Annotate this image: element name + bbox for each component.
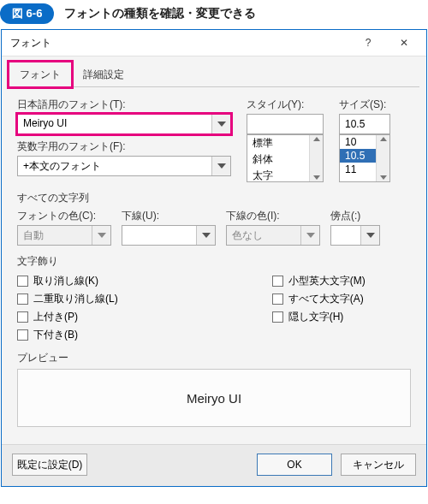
chevron-down-icon[interactable] xyxy=(211,157,230,175)
chevron-down-icon[interactable] xyxy=(92,226,110,245)
font-dialog: フォント ? ✕ フォント 詳細設定 日本語用のフォント(T): Meiryo … xyxy=(1,29,427,487)
chevron-down-icon[interactable] xyxy=(360,226,379,245)
check-hidden[interactable]: 隠し文字(H) xyxy=(272,310,366,324)
check-subscript[interactable]: 下付き(B) xyxy=(17,328,118,342)
font-color-value: 自動 xyxy=(18,226,92,245)
emphasis-combo[interactable] xyxy=(330,225,380,246)
check-allcaps[interactable]: すべて大文字(A) xyxy=(272,292,366,306)
jp-font-value: Meiryo UI xyxy=(18,115,211,133)
help-button[interactable]: ? xyxy=(353,33,383,52)
underline-color-combo[interactable]: 色なし xyxy=(226,225,320,246)
style-input[interactable] xyxy=(247,114,324,134)
ok-button[interactable]: OK xyxy=(257,454,332,476)
label-emphasis: 傍点(:) xyxy=(330,209,380,223)
chevron-down-icon xyxy=(380,175,387,180)
underline-color-value: 色なし xyxy=(227,226,300,245)
preview-text: Meiryo UI xyxy=(187,391,241,406)
style-listbox[interactable]: 標準 斜体 太字 xyxy=(247,134,324,182)
tab-font[interactable]: フォント xyxy=(9,62,72,87)
emphasis-value xyxy=(331,226,360,245)
chevron-down-icon[interactable] xyxy=(300,226,319,245)
jp-font-combo[interactable]: Meiryo UI xyxy=(17,114,231,134)
figure-header: 図 6-6 フォントの種類を確認・変更できる xyxy=(0,0,428,29)
latin-font-combo[interactable]: +本文のフォント xyxy=(17,156,231,176)
tab-advanced[interactable]: 詳細設定 xyxy=(72,62,135,87)
label-decor: 文字飾り xyxy=(17,254,411,269)
scrollbar[interactable] xyxy=(376,135,389,181)
checkbox-icon xyxy=(272,276,283,287)
figure-badge: 図 6-6 xyxy=(0,3,54,24)
checkbox-icon xyxy=(272,311,283,323)
underline-value xyxy=(122,226,196,245)
checkbox-icon xyxy=(17,329,28,341)
font-color-combo[interactable]: 自動 xyxy=(17,225,111,246)
label-all-text: すべての文字列 xyxy=(17,191,411,205)
label-font-color: フォントの色(C): xyxy=(17,209,111,223)
scrollbar[interactable] xyxy=(309,135,323,181)
label-latin-font: 英数字用のフォント(F): xyxy=(17,139,231,154)
dialog-title: フォント xyxy=(10,36,51,50)
size-input[interactable] xyxy=(339,114,390,134)
titlebar: フォント ? ✕ xyxy=(2,30,426,56)
label-jp-font: 日本語用のフォント(T): xyxy=(17,98,231,112)
check-smallcaps[interactable]: 小型英大文字(M) xyxy=(272,274,366,288)
checkbox-icon xyxy=(17,294,28,305)
size-listbox[interactable]: 10 10.5 11 xyxy=(339,134,390,182)
chevron-down-icon[interactable] xyxy=(196,226,215,245)
label-underline-color: 下線の色(I): xyxy=(226,209,320,223)
chevron-down-icon xyxy=(313,175,320,180)
label-size: サイズ(S): xyxy=(339,98,390,112)
set-default-button[interactable]: 既定に設定(D) xyxy=(12,454,87,476)
underline-combo[interactable] xyxy=(122,225,216,246)
chevron-up-icon xyxy=(313,137,320,141)
tab-strip: フォント 詳細設定 xyxy=(9,62,419,87)
checkbox-icon xyxy=(272,294,283,305)
label-underline: 下線(U): xyxy=(122,209,216,223)
latin-font-value: +本文のフォント xyxy=(18,157,211,175)
dialog-footer: 既定に設定(D) OK キャンセル xyxy=(2,444,426,486)
check-strike[interactable]: 取り消し線(K) xyxy=(17,274,118,288)
chevron-down-icon[interactable] xyxy=(211,115,230,133)
figure-caption: フォントの種類を確認・変更できる xyxy=(64,6,256,21)
close-button[interactable]: ✕ xyxy=(389,33,419,52)
label-preview: プレビュー xyxy=(17,351,411,365)
chevron-up-icon xyxy=(380,137,387,141)
cancel-button[interactable]: キャンセル xyxy=(341,454,416,476)
preview-box: Meiryo UI xyxy=(17,369,411,427)
label-style: スタイル(Y): xyxy=(247,98,324,112)
checkbox-icon xyxy=(17,311,28,323)
checkbox-icon xyxy=(17,276,28,287)
check-superscript[interactable]: 上付き(P) xyxy=(17,310,118,324)
font-panel: 日本語用のフォント(T): Meiryo UI 英数字用のフォント(F): +本… xyxy=(2,87,426,436)
check-double-strike[interactable]: 二重取り消し線(L) xyxy=(17,292,118,306)
